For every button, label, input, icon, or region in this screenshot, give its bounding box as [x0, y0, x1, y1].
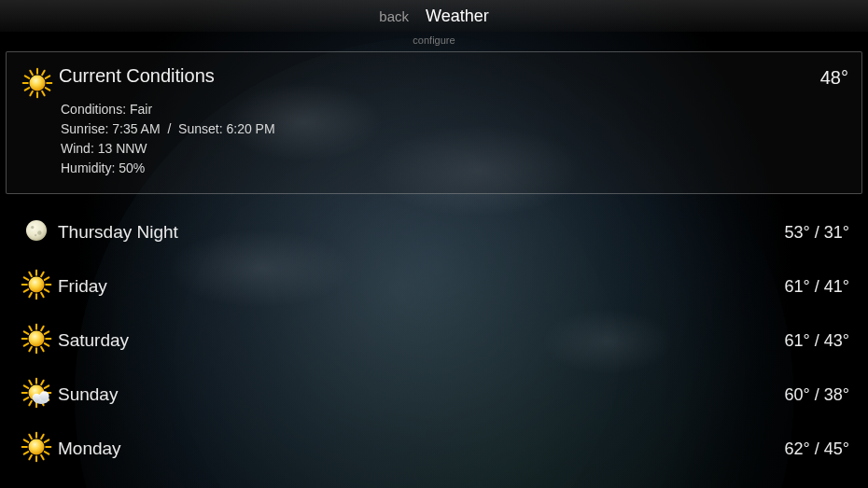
svg-point-58: [39, 391, 49, 400]
svg-line-66: [24, 439, 28, 442]
forecast-day-label: Thursday Night: [58, 222, 785, 243]
current-conditions-card[interactable]: Current Conditions Conditions: Fair Sunr…: [6, 51, 862, 194]
conditions-label: Conditions:: [61, 102, 126, 117]
current-details: Conditions: Fair Sunrise: 7:35 AM / Suns…: [59, 100, 820, 178]
svg-line-27: [41, 272, 44, 276]
svg-point-13: [26, 220, 47, 241]
svg-point-14: [31, 226, 34, 229]
svg-line-60: [45, 452, 49, 454]
moon-icon: [21, 215, 52, 250]
wind-value: 13 NNW: [98, 141, 147, 156]
svg-line-47: [29, 401, 32, 405]
svg-line-69: [41, 435, 44, 439]
svg-point-71: [29, 439, 45, 455]
humidity-label: Humidity:: [61, 160, 115, 175]
forecast-temps: 60° / 38°: [785, 385, 849, 405]
svg-line-40: [41, 327, 44, 330]
svg-line-35: [24, 343, 28, 346]
svg-line-53: [41, 381, 44, 384]
svg-line-54: [45, 385, 49, 388]
forecast-temps: 61° / 41°: [785, 277, 849, 297]
forecast-temps: 61° / 43°: [785, 331, 849, 351]
forecast-temps: 53° / 31°: [785, 223, 849, 243]
sunset-value: 6:20 PM: [226, 121, 274, 136]
back-button[interactable]: back: [379, 8, 409, 24]
page-title: Weather: [426, 7, 489, 26]
forecast-row[interactable]: Monday62° / 45°: [6, 422, 862, 476]
sun-icon: [21, 269, 52, 304]
sun-icon: [21, 323, 52, 358]
svg-point-12: [30, 76, 46, 91]
svg-line-51: [29, 381, 32, 384]
svg-line-67: [29, 435, 32, 439]
sun-icon: [21, 431, 52, 467]
svg-line-37: [24, 331, 28, 334]
svg-line-5: [25, 88, 29, 91]
wind-label: Wind:: [61, 141, 94, 156]
forecast-day-label: Saturday: [58, 330, 785, 351]
current-title: Current Conditions: [59, 65, 820, 87]
forecast-row[interactable]: Sunday60° / 38°: [6, 368, 862, 422]
configure-link[interactable]: configure: [413, 35, 455, 46]
svg-line-2: [42, 91, 45, 95]
forecast-row[interactable]: Friday61° / 41°: [6, 259, 862, 314]
header-bar: back Weather: [0, 0, 868, 32]
sunrise-value: 7:35 AM: [112, 121, 160, 136]
partly-cloudy-icon: [21, 377, 52, 412]
svg-point-42: [29, 331, 45, 347]
svg-line-25: [29, 272, 32, 276]
content: Current Conditions Conditions: Fair Sunr…: [0, 51, 868, 476]
conditions-value: Fair: [130, 102, 152, 117]
svg-line-31: [45, 343, 49, 346]
svg-line-7: [25, 76, 29, 78]
forecast-day-label: Monday: [58, 439, 785, 459]
svg-line-18: [45, 289, 49, 292]
forecast-row[interactable]: Thursday Night53° / 31°: [6, 205, 862, 259]
svg-line-64: [24, 452, 28, 454]
sun-icon: [21, 67, 53, 103]
svg-line-28: [45, 277, 49, 280]
svg-line-4: [30, 91, 33, 95]
svg-point-57: [33, 394, 41, 402]
svg-line-21: [29, 293, 32, 297]
svg-line-63: [29, 455, 32, 459]
svg-line-70: [45, 439, 49, 442]
svg-point-29: [29, 277, 45, 293]
svg-line-22: [24, 289, 28, 292]
svg-line-38: [29, 327, 32, 330]
svg-line-48: [24, 397, 28, 400]
forecast-row[interactable]: Saturday61° / 43°: [6, 314, 862, 368]
svg-line-41: [45, 331, 49, 334]
forecast-day-label: Friday: [58, 276, 785, 297]
sunrise-label: Sunrise:: [61, 121, 108, 136]
svg-line-50: [24, 385, 28, 388]
svg-line-10: [42, 71, 45, 75]
svg-line-61: [41, 455, 44, 459]
svg-line-11: [46, 76, 49, 78]
svg-line-24: [24, 277, 28, 280]
svg-point-16: [35, 234, 36, 236]
forecast-temps: 62° / 45°: [785, 439, 849, 459]
svg-line-32: [41, 347, 44, 351]
sun-separator: /: [167, 121, 171, 136]
svg-line-19: [41, 293, 44, 297]
svg-line-34: [29, 347, 32, 351]
forecast-day-label: Sunday: [58, 384, 785, 405]
current-temp: 48°: [820, 65, 848, 89]
forecast-list: Thursday Night53° / 31°Friday61° / 41°Sa…: [6, 205, 862, 476]
svg-point-15: [37, 230, 41, 234]
svg-line-8: [30, 71, 33, 75]
humidity-value: 50%: [119, 160, 145, 175]
svg-line-1: [46, 88, 49, 91]
sunset-label: Sunset:: [178, 121, 222, 136]
